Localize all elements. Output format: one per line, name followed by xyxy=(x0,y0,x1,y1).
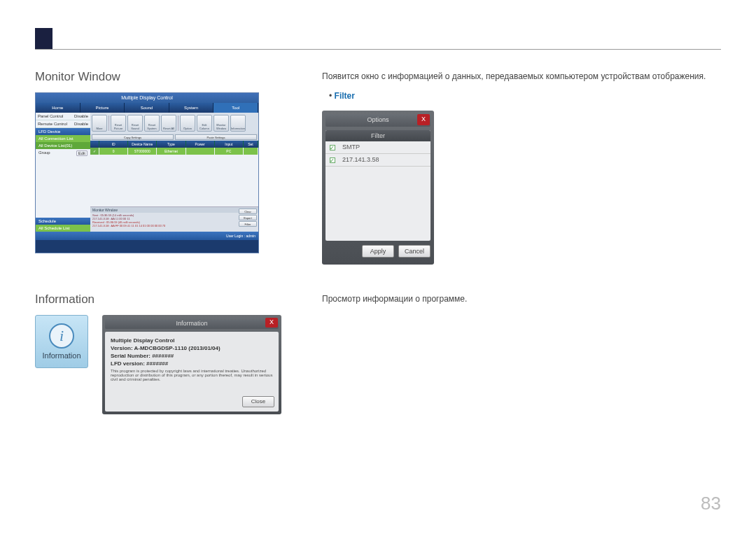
row-id: 0 xyxy=(99,148,128,155)
filter-bullet: Filter xyxy=(335,91,355,101)
header-accent xyxy=(35,28,52,49)
tab-sound[interactable]: Sound xyxy=(125,103,169,113)
options-dialog: Options X Filter SMTP 217.141.3.58 Apply… xyxy=(322,111,434,265)
col-set: Set xyxy=(244,141,258,148)
col-power: Power xyxy=(186,141,215,148)
remote-control-value: Disable xyxy=(74,122,88,126)
info-product: Multiple Display Control xyxy=(111,337,175,344)
filter-header: Filter xyxy=(326,130,430,141)
apply-button[interactable]: Apply xyxy=(362,245,394,258)
monitor-panel-header: Monitor Window xyxy=(90,207,258,213)
grid-empty xyxy=(90,155,258,206)
tab-home[interactable]: Home xyxy=(36,103,80,113)
col-device: Device Name xyxy=(128,141,157,148)
filter-ip-label: 217.141.3.58 xyxy=(342,155,379,165)
info-legal: This program is protected by copyright l… xyxy=(111,369,273,381)
information-icon-tile[interactable]: i Information xyxy=(35,315,88,368)
col-chk xyxy=(90,141,99,148)
close-icon[interactable]: X xyxy=(265,318,278,328)
all-schedule-list[interactable]: All Schedule List xyxy=(36,225,90,232)
lfd-device-header: LFD Device xyxy=(36,128,90,135)
edit-button[interactable]: Edit xyxy=(76,150,88,156)
col-type: Type xyxy=(157,141,186,148)
tb-monitor-window[interactable]: Monitor Window xyxy=(214,115,229,132)
panel-control-label: Panel Control xyxy=(38,114,63,118)
tab-picture[interactable]: Picture xyxy=(80,103,125,113)
all-device-list[interactable]: All Device List(01) xyxy=(36,142,90,149)
info-dialog-title: Information xyxy=(176,320,207,327)
tab-tool[interactable]: Tool xyxy=(214,103,258,113)
tb-reset-picture[interactable]: Reset Picture xyxy=(111,115,126,132)
mon-clear-button[interactable]: Clear xyxy=(239,209,257,214)
tb-reset-system[interactable]: Reset System xyxy=(144,115,160,132)
section1-desc: Появится окно с информацией о данных, пе… xyxy=(322,70,721,83)
app-sidebar: Panel ControlDisable Remote ControlDisab… xyxy=(36,113,90,232)
close-icon[interactable]: X xyxy=(417,114,430,125)
app-statusbar: User Login : admin xyxy=(36,232,258,240)
section1-title: Monitor Window xyxy=(35,70,301,84)
header-rule xyxy=(35,49,721,50)
monitor-panel: Monitor Window Sent : 05:36:59 (14 milli… xyxy=(90,206,258,232)
filter-row-ip[interactable]: 217.141.3.58 xyxy=(326,154,430,167)
col-input: Input xyxy=(215,141,244,148)
info-version: Version: A-MDCBGDSP-1110 (2013/01/04) xyxy=(111,345,220,351)
app-toolbar: More Reset Picture Reset Sound Reset Sys… xyxy=(90,113,258,134)
tb-reset-all[interactable]: Reset All xyxy=(161,115,176,132)
col-id: ID xyxy=(99,141,128,148)
mon-filter-button[interactable]: Filter xyxy=(239,221,257,227)
tb-more[interactable]: More xyxy=(92,115,107,132)
tb-reset-sound[interactable]: Reset Sound xyxy=(127,115,143,132)
checkbox-icon[interactable] xyxy=(330,145,335,150)
schedule-header: Schedule xyxy=(36,218,90,225)
information-dialog: Information X Multiple Display Control V… xyxy=(102,315,281,414)
filter-smtp-label: SMTP xyxy=(342,143,360,153)
row-set xyxy=(244,148,258,155)
row-chk[interactable]: ✓ xyxy=(90,148,99,155)
mon-export-button[interactable]: Export xyxy=(239,215,257,220)
cancel-button[interactable]: Cancel xyxy=(398,245,430,258)
app-tabs: Home Picture Sound System Tool xyxy=(36,103,258,113)
copy-settings-button[interactable]: Copy Settings xyxy=(92,134,174,140)
options-titlebar: Options X xyxy=(326,114,430,127)
grid-row[interactable]: ✓ 0 ST000000 Ethernet PC xyxy=(90,148,258,155)
row-device: ST000000 xyxy=(128,148,157,155)
filter-row-smtp[interactable]: SMTP xyxy=(326,141,430,154)
group-label: Group xyxy=(38,150,50,156)
section2-title: Information xyxy=(35,293,301,307)
panel-control-value: Disable xyxy=(74,114,88,118)
tb-information[interactable]: Information xyxy=(230,115,246,132)
grid-header: ID Device Name Type Power Input Set xyxy=(90,141,258,148)
remote-control-label: Remote Control xyxy=(38,122,67,126)
info-dialog-titlebar: Information X xyxy=(105,318,279,329)
tb-option[interactable]: Option xyxy=(180,115,195,132)
all-connection-list[interactable]: All Connection List xyxy=(36,135,90,142)
paste-settings-button[interactable]: Paste Settings xyxy=(175,134,257,140)
info-icon: i xyxy=(49,323,74,349)
section2-desc: Просмотр информации о программе. xyxy=(322,293,721,305)
info-serial: Serial Number: ####### xyxy=(111,353,174,359)
info-lfd: LFD version: ####### xyxy=(111,360,168,367)
tab-system[interactable]: System xyxy=(169,103,214,113)
row-input: PC xyxy=(215,148,244,155)
row-power xyxy=(186,148,215,155)
monitor-window-screenshot: Multiple Display Control Home Picture So… xyxy=(35,92,259,253)
app-main: More Reset Picture Reset Sound Reset Sys… xyxy=(90,113,258,232)
monitor-recv2: 217.141.3.58 : AA FF 00 09 41 11 01 14 0… xyxy=(92,224,256,227)
row-type: Ethernet xyxy=(157,148,186,155)
close-button[interactable]: Close xyxy=(242,396,274,407)
checkbox-icon[interactable] xyxy=(330,157,335,163)
info-icon-label: Information xyxy=(42,351,80,360)
page-number: 83 xyxy=(701,493,721,514)
app-titlebar: Multiple Display Control xyxy=(36,93,258,103)
options-title: Options xyxy=(367,115,388,125)
tb-edit-column[interactable]: Edit Column xyxy=(197,115,212,132)
